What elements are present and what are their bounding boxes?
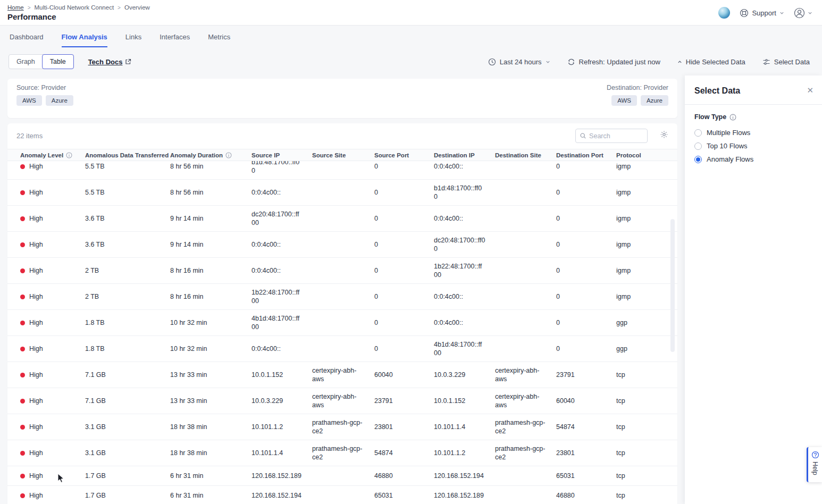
- breadcrumb-item[interactable]: Multi-Cloud Network Connect: [35, 4, 114, 11]
- cell-anomaly-level: High: [16, 366, 81, 383]
- table-scrollbar[interactable]: [670, 219, 675, 352]
- cell-destination-port: 54874: [552, 418, 612, 435]
- user-menu[interactable]: [794, 7, 812, 19]
- cell-source-port: 46880: [370, 467, 430, 484]
- table-search[interactable]: [575, 129, 648, 143]
- source-provider-label: Source: Provider: [16, 84, 66, 91]
- view-toggle: Graph Table: [9, 54, 74, 69]
- select-data-button[interactable]: Select Data: [762, 58, 810, 66]
- cell-destination-ip: dc20:48:1700::ff00: [430, 232, 491, 257]
- table-row: High1.8 TB10 hr 32 min4b1d:48:1700::ff00…: [7, 310, 677, 336]
- anomaly-level-dot: [20, 216, 25, 221]
- cell-destination-site: [491, 345, 552, 353]
- cell-destination-ip: 10.101.1.2: [430, 444, 491, 461]
- flow-type-option-anomaly-flows[interactable]: Anomaly Flows: [694, 155, 812, 163]
- hide-selected-data-button[interactable]: Hide Selected Data: [677, 58, 745, 66]
- refresh-button[interactable]: Refresh: Updated just now: [567, 58, 660, 66]
- search-input[interactable]: [589, 132, 643, 140]
- cell-destination-port: 0: [552, 184, 612, 201]
- source-provider-chip: AWS: [16, 95, 42, 106]
- cell-anomaly-level: High: [16, 487, 81, 504]
- help-tab[interactable]: Help: [807, 447, 822, 482]
- flow-type-option-multiple-flows[interactable]: Multiple Flows: [694, 129, 812, 137]
- toolbar: Graph Table Tech Docs Last 24 hours: [9, 54, 810, 70]
- radio-button[interactable]: [694, 142, 702, 150]
- cell-destination-site: certexpiry-abh-aws: [491, 362, 552, 388]
- cell-destination-ip: 0:0:4c00::: [430, 288, 491, 305]
- close-icon[interactable]: ✕: [807, 86, 813, 95]
- cell-data-transferred: 5.5 TB: [81, 184, 166, 201]
- column-header-source-ip: Source IP: [247, 152, 308, 158]
- cell-protocol: igmp: [612, 236, 669, 253]
- tab-bar: DashboardFlow AnalysisLinksInterfacesMet…: [10, 33, 230, 47]
- cell-source-ip: 120.168.152.189: [247, 467, 308, 484]
- tab-links[interactable]: Links: [125, 33, 141, 47]
- table-row: High3.6 TB9 hr 14 mindc20:48:1700::ff000…: [7, 206, 677, 232]
- cell-source-ip: 10.101.1.2: [247, 418, 308, 435]
- info-icon[interactable]: [729, 114, 736, 121]
- tab-flow-analysis[interactable]: Flow Analysis: [62, 33, 107, 47]
- tech-docs-label: Tech Docs: [88, 58, 123, 66]
- info-icon[interactable]: [225, 152, 232, 158]
- table-row: High1.8 TB10 hr 32 min0:0:4c00::04b1d:48…: [7, 336, 677, 362]
- table-settings-button[interactable]: [660, 130, 668, 139]
- cell-destination-port: 0: [552, 314, 612, 331]
- cell-destination-site: [491, 491, 552, 500]
- tab-metrics[interactable]: Metrics: [208, 33, 230, 47]
- time-range-dropdown[interactable]: Last 24 hours: [488, 58, 550, 66]
- cell-destination-port: 0: [552, 161, 612, 175]
- cell-source-ip: 1b22:48:1700::ff00: [247, 284, 308, 309]
- flow-type-option-top-10-flows[interactable]: Top 10 Flows: [694, 142, 812, 150]
- column-header-destination-port: Destination Port: [552, 152, 612, 158]
- radio-label: Top 10 Flows: [707, 142, 748, 150]
- tab-interfaces[interactable]: Interfaces: [160, 33, 190, 47]
- radio-button[interactable]: [694, 156, 702, 163]
- cell-destination-port: 65031: [552, 467, 612, 484]
- table-header-row: Anomaly LevelAnomalous Data TransferredA…: [7, 149, 677, 161]
- tech-docs-link[interactable]: Tech Docs: [88, 58, 132, 66]
- table-view-button[interactable]: Table: [42, 54, 74, 69]
- cell-protocol: tcp: [612, 366, 669, 383]
- table-row: High7.1 GB13 hr 33 min10.0.3.229certexpi…: [7, 388, 677, 414]
- refresh-icon: [567, 58, 575, 66]
- breadcrumb-item[interactable]: Home: [7, 4, 24, 11]
- cell-destination-port: 0: [552, 210, 612, 227]
- cell-protocol: tcp: [612, 418, 669, 435]
- graph-view-button[interactable]: Graph: [9, 55, 43, 69]
- cell-protocol: igmp: [612, 184, 669, 201]
- page-title: Performance: [7, 12, 56, 21]
- clock-icon: [488, 58, 496, 66]
- cell-destination-ip: 120.168.152.194: [430, 467, 491, 484]
- destination-provider-chip: Azure: [641, 95, 668, 106]
- cell-duration: 10 hr 32 min: [166, 340, 247, 357]
- table-row: High3.6 TB9 hr 14 min0:0:4c00::0dc20:48:…: [7, 232, 677, 258]
- cell-protocol: igmp: [612, 262, 669, 279]
- cell-source-port: 0: [370, 262, 430, 279]
- cell-protocol: ggp: [612, 340, 669, 357]
- cell-source-ip: 0:0:4c00::: [247, 184, 308, 201]
- cell-duration: 6 hr 31 min: [166, 487, 247, 504]
- flow-type-label: Flow Type: [694, 113, 726, 121]
- avatar-icon: [794, 7, 805, 19]
- cell-source-port: 0: [370, 210, 430, 227]
- cell-destination-site: certexpiry-abh-aws: [491, 388, 552, 414]
- support-icon: [740, 9, 749, 18]
- radio-button[interactable]: [694, 129, 702, 137]
- cell-source-ip: 0:0:4c00::: [247, 340, 308, 357]
- cell-destination-site: [491, 214, 552, 223]
- breadcrumb: Home>Multi-Cloud Network Connect>Overvie…: [7, 4, 150, 11]
- table-row: High3.1 GB18 hr 38 min10.101.1.2prathame…: [7, 414, 677, 440]
- brand-logo: [718, 7, 730, 19]
- breadcrumb-item[interactable]: Overview: [124, 4, 150, 11]
- support-menu[interactable]: Support: [740, 9, 784, 18]
- cell-source-ip: 10.0.3.229: [247, 392, 308, 409]
- table-row: High7.1 GB13 hr 33 min10.0.1.152certexpi…: [7, 362, 677, 388]
- cell-source-ip: 4b1d:48:1700::ff00: [247, 310, 308, 335]
- table-row: High5.5 TB8 hr 56 minb1d:48:1700::ff0000…: [7, 161, 677, 180]
- cell-protocol: igmp: [612, 288, 669, 305]
- cell-destination-ip: 1b22:48:1700::ff00: [430, 258, 491, 283]
- cell-protocol: igmp: [612, 161, 669, 175]
- tab-dashboard[interactable]: Dashboard: [10, 33, 44, 47]
- info-icon[interactable]: [66, 152, 72, 158]
- cell-source-ip: 10.0.1.152: [247, 366, 308, 383]
